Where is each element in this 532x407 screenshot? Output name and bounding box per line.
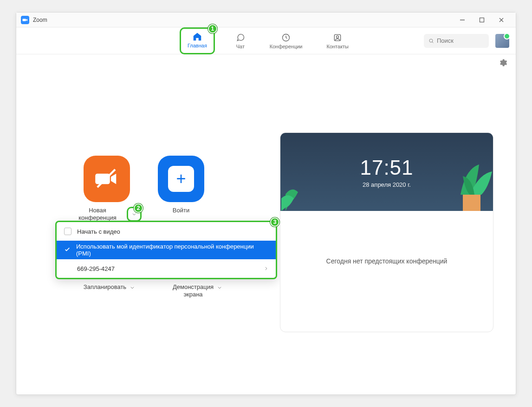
maximize-button[interactable] bbox=[472, 13, 492, 26]
new-meeting-label-row: Новая конференция 2 bbox=[72, 207, 142, 222]
content: Новая конференция 2 + Войти bbox=[16, 67, 516, 394]
schedule-label-row: Запланировать bbox=[72, 283, 146, 298]
titlebar-left: Zoom bbox=[21, 16, 47, 24]
new-meeting-tile[interactable] bbox=[84, 156, 130, 202]
svg-rect-10 bbox=[463, 193, 480, 211]
zoom-logo-icon bbox=[21, 16, 29, 24]
svg-rect-1 bbox=[480, 18, 484, 22]
chevron-down-icon bbox=[132, 212, 136, 217]
contacts-icon bbox=[332, 33, 343, 43]
pmi-value: 669-295-4247 bbox=[77, 265, 115, 272]
clock-icon bbox=[281, 33, 291, 43]
plant-left-illustration bbox=[280, 169, 324, 211]
gear-icon bbox=[498, 58, 507, 67]
app-window: Zoom 1 Главная Чат bbox=[16, 12, 516, 395]
calendar-body: Сегодня нет предстоящих конференций bbox=[280, 211, 493, 265]
window-title: Zoom bbox=[33, 17, 47, 23]
dropdown-item-start-with-video[interactable]: Начать с видео bbox=[57, 222, 276, 241]
search-box[interactable] bbox=[424, 34, 489, 48]
join-label: Войти bbox=[173, 207, 189, 214]
checkbox-unchecked-icon bbox=[64, 228, 71, 235]
join-tile[interactable]: + bbox=[158, 156, 204, 202]
close-button[interactable] bbox=[492, 13, 511, 26]
chevron-right-icon bbox=[264, 265, 268, 272]
svg-point-7 bbox=[429, 39, 433, 42]
no-meetings-text: Сегодня нет предстоящих конференций bbox=[288, 257, 486, 265]
share-label-row: Демонстрация экрана bbox=[160, 283, 234, 298]
annotation-box-2: 2 bbox=[127, 207, 142, 222]
titlebar: Zoom bbox=[16, 13, 516, 27]
tab-contacts[interactable]: Контакты bbox=[323, 27, 353, 54]
annotation-badge-3: 3 bbox=[270, 217, 279, 227]
dropdown-item-use-pmi[interactable]: Использовать мой идентификатор персональ… bbox=[57, 241, 276, 259]
home-icon bbox=[192, 32, 202, 42]
tab-chat[interactable]: Чат bbox=[232, 27, 249, 54]
use-pmi-label: Использовать мой идентификатор персональ… bbox=[76, 243, 268, 257]
annotation-badge-1: 1 bbox=[208, 24, 217, 33]
avatar[interactable] bbox=[495, 34, 509, 48]
secondary-actions-row: Запланировать Демонстрация экрана bbox=[72, 283, 234, 298]
annotation-box-1: 1 Главная bbox=[180, 27, 215, 54]
window-controls bbox=[453, 13, 511, 26]
chevron-down-icon bbox=[217, 285, 222, 290]
action-join: + Войти bbox=[146, 156, 216, 222]
video-icon bbox=[94, 166, 119, 191]
plant-right-illustration bbox=[437, 155, 493, 211]
action-grid: Новая конференция 2 + Войти bbox=[72, 156, 216, 222]
share-label: Демонстрация экрана bbox=[173, 283, 214, 298]
calendar-date: 28 апреля 2020 г. bbox=[363, 181, 411, 188]
new-meeting-dropdown: 3 Начать с видео Использовать мой иденти… bbox=[55, 221, 277, 279]
navbar: 1 Главная Чат Конференции bbox=[16, 27, 516, 54]
schedule-label: Запланировать bbox=[84, 283, 126, 290]
svg-point-6 bbox=[337, 35, 339, 38]
start-with-video-label: Начать с видео bbox=[77, 228, 120, 235]
dropdown-item-pmi-value[interactable]: 669-295-4247 bbox=[57, 259, 276, 278]
calendar-time: 17:51 bbox=[360, 156, 413, 179]
svg-line-8 bbox=[432, 41, 433, 42]
search-input[interactable] bbox=[437, 37, 484, 44]
annotation-badge-2: 2 bbox=[134, 204, 143, 213]
search-icon bbox=[428, 38, 434, 44]
navbar-right bbox=[424, 34, 509, 48]
nav-tabs: 1 Главная Чат Конференции bbox=[180, 27, 352, 54]
tab-meetings[interactable]: Конференции bbox=[266, 27, 306, 54]
plus-icon: + bbox=[168, 166, 194, 192]
calendar-hero: 17:51 28 апреля 2020 г. bbox=[280, 133, 493, 211]
tab-home[interactable]: Главная bbox=[184, 30, 211, 50]
action-new-meeting: Новая конференция 2 bbox=[72, 156, 142, 222]
minimize-button[interactable] bbox=[453, 13, 472, 26]
chat-icon bbox=[235, 33, 246, 43]
new-meeting-label: Новая конференция bbox=[72, 207, 123, 221]
calendar-card: 17:51 28 апреля 2020 г. Сегодня нет пред… bbox=[280, 132, 493, 332]
check-icon bbox=[64, 246, 71, 254]
chevron-down-icon bbox=[130, 285, 135, 290]
